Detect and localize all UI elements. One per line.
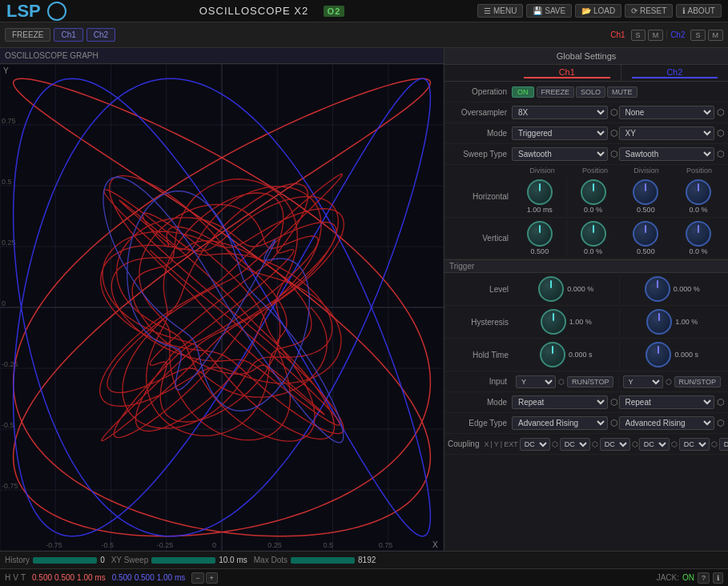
div-pos-headers: Division Position Division Position (444, 165, 728, 176)
footer-plus[interactable]: + (206, 572, 218, 584)
horizontal-knobs: 1.00 ms 0.0 % 0.500 (513, 178, 725, 215)
hys-ch1-value: 1.00 % (569, 318, 592, 326)
vertical-row: Vertical 0.500 0.0 % (444, 218, 728, 259)
max-dots-progress (291, 557, 355, 564)
operation-toggle[interactable]: ON (512, 86, 534, 98)
sweep-ch2-select[interactable]: Sawtooth (619, 147, 715, 161)
save-button[interactable]: 💾 SAVE (526, 4, 572, 18)
ch2-button[interactable]: Ch2 (86, 28, 115, 42)
sweep-ch1-select[interactable]: Sawtooth (512, 147, 608, 161)
h-ch2-pos: 0.0 % (672, 178, 725, 215)
mode-ch1: Triggered ⬡ (512, 126, 619, 140)
jack-label: JACK: (657, 573, 679, 582)
max-dots-value: 8192 (358, 556, 376, 564)
reset-button[interactable]: ⟳ RESET (625, 4, 673, 18)
mode-ch1-select[interactable]: Triggered (512, 126, 608, 140)
horizontal-label: Horizontal (448, 192, 513, 201)
hys-ch1-knob[interactable] (541, 309, 566, 335)
load-button[interactable]: 📂 LOAD (575, 4, 621, 18)
jack-info[interactable]: ℹ (713, 572, 723, 584)
coupling-ch1-ext[interactable]: DC (600, 438, 630, 451)
mute-btn[interactable]: MUTE (607, 86, 638, 98)
v-ch1-div-value: 0.500 (531, 247, 549, 255)
toolbar: FREEZE Ch1 Ch2 Ch1 S M Ch2 S M (0, 22, 728, 48)
h-ch2-pos-knob[interactable] (686, 179, 711, 205)
footer-ch2-vals: 0.500 0.500 1.00 ms (112, 573, 186, 582)
hold-ch2-knob[interactable] (646, 342, 671, 367)
oversampler-ch2-select[interactable]: None (619, 106, 715, 119)
solo-btn[interactable]: SOLO (576, 86, 605, 98)
hold-ch2-value: 0.000 s (674, 351, 698, 359)
jack-help[interactable]: ? (698, 572, 710, 584)
coupling-ch1-x[interactable]: DC (520, 438, 550, 451)
app-title: OSCILLOSCOPE X2 O2 (199, 5, 345, 17)
xy-sweep-progress (151, 557, 215, 564)
v-ch1-pos-knob[interactable] (581, 221, 606, 247)
hysteresis-row: Hysteresis 1.00 % 1.00 % (444, 306, 728, 339)
level-ch1-knob[interactable] (538, 276, 564, 302)
v-ch1-pos-value: 0.0 % (584, 247, 602, 255)
hold-ch2: 0.000 s (620, 340, 726, 369)
v-ch1-div: 0.500 (513, 219, 567, 257)
mode2-ch2-select[interactable]: Repeat (619, 395, 715, 409)
title-text: OSCILLOSCOPE X2 (199, 5, 308, 17)
input-ch2-select[interactable]: Y (623, 375, 663, 388)
footer-hvt: H V T (5, 573, 26, 582)
about-button[interactable]: ℹ ABOUT (676, 4, 722, 18)
footer-ch1-vals: 0.500 0.500 1.00 ms (32, 573, 106, 582)
bottom-bar: History 0 XY Sweep 10.0 ms Max Dots 8192 (0, 551, 728, 568)
coupling-ch2-x[interactable]: DC (639, 438, 670, 451)
input-label: Input (448, 377, 512, 386)
v-label: V (13, 573, 18, 582)
h-ch2-div: 0.500 (620, 178, 673, 215)
run-stop-ch2[interactable]: RUN/STOP (674, 376, 721, 387)
oversampler-ch1-select[interactable]: 8X (512, 106, 608, 119)
run-stop-ch1[interactable]: RUN/STOP (567, 376, 613, 387)
hys-ch1-knob-group (541, 309, 566, 335)
hold-knobs: 0.000 s 0.000 s (513, 340, 725, 369)
v-ch2-div-knob[interactable] (633, 221, 658, 247)
v-ch2-div-value: 0.500 (637, 247, 655, 255)
ch1-button[interactable]: Ch1 (54, 28, 82, 42)
coupling-ch2-y[interactable]: DC (679, 438, 710, 451)
sweep-ch2: Sawtooth ⬡ (619, 147, 726, 161)
edge-ch2-select[interactable]: Advanced Rising (619, 416, 715, 430)
mode-ch2-select[interactable]: XY (619, 126, 715, 140)
hysteresis-knobs: 1.00 % 1.00 % (513, 307, 725, 336)
freeze-btn[interactable]: FREEZE (537, 86, 575, 98)
level-ch2: 0.000 % (620, 275, 726, 303)
hys-ch2-knob[interactable] (646, 309, 672, 335)
h-ch2-div-knob-group: 0.500 (633, 179, 658, 214)
coupling-ext-label: EXT (504, 440, 518, 448)
edge-ch1-select[interactable]: Advanced Rising (512, 416, 608, 430)
coupling-ch2-ext[interactable]: DC (719, 438, 728, 451)
h-ch1-div-knob[interactable] (527, 179, 553, 205)
ch2-m-button[interactable]: M (708, 30, 724, 41)
input-ch1-select[interactable]: Y (516, 375, 556, 388)
menu-button[interactable]: ☰ MENU (477, 4, 523, 18)
hold-ch1-knob[interactable] (540, 342, 565, 367)
sweep-type-content: Sawtooth ⬡ Sawtooth ⬡ (512, 147, 725, 161)
v-ch1-div-knob[interactable] (527, 221, 553, 247)
level-ch2-knob[interactable] (645, 276, 670, 302)
history-item: History 0 (5, 556, 105, 564)
ch1-v-val: 0.500 (54, 573, 74, 582)
coupling-ch1-y[interactable]: DC (560, 438, 590, 451)
h-ch1-pos-knob[interactable] (581, 179, 606, 205)
h-ch1-pos: 0.0 % (567, 178, 620, 215)
level-ch2-value: 0.000 % (674, 285, 700, 293)
level-ch1-value: 0.000 % (567, 285, 593, 293)
ch1-s-button[interactable]: S (631, 30, 646, 41)
ch2-s-button[interactable]: S (690, 30, 705, 41)
mode2-ch1-select[interactable]: Repeat (512, 395, 608, 409)
hys-ch2-value: 1.00 % (675, 318, 698, 326)
ch1-m-button[interactable]: M (648, 30, 664, 41)
edge-type-row: Edge Type Advanced Rising ⬡ Advanced Ris… (444, 413, 728, 434)
ch1-header: Ch1 (513, 65, 621, 81)
footer-minus[interactable]: − (191, 572, 203, 584)
operation-row: Operation ON FREEZE SOLO MUTE (444, 82, 728, 102)
input-content: Y ⬡ RUN/STOP Y ⬡ RUN/STOP (512, 375, 725, 388)
h-ch2-div-knob[interactable] (633, 179, 658, 205)
freeze-button[interactable]: FREEZE (5, 28, 50, 42)
v-ch2-pos-knob[interactable] (686, 221, 711, 247)
